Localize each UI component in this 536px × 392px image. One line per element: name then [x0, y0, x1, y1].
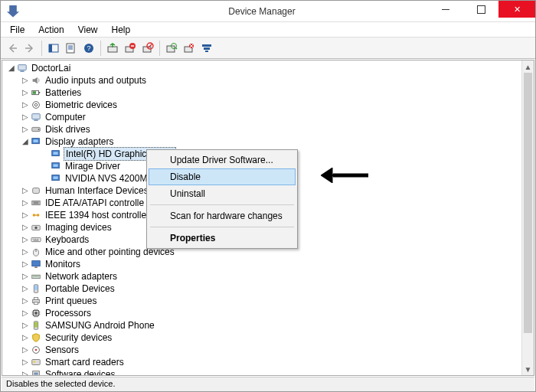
tree-node-monitors[interactable]: ▷Monitors: [4, 258, 534, 270]
expander-icon[interactable]: ▷: [21, 209, 30, 221]
ctx-update-driver[interactable]: Update Driver Software...: [149, 152, 296, 168]
toolbar: ?: [1, 38, 535, 59]
node-label: Audio inputs and outputs: [44, 74, 148, 87]
expander-icon[interactable]: ▷: [21, 246, 30, 258]
svg-rect-21: [33, 91, 36, 94]
menu-action[interactable]: Action: [32, 23, 70, 37]
forward-button[interactable]: [21, 40, 38, 57]
ctx-disable[interactable]: Disable: [149, 168, 296, 185]
app-icon: [7, 5, 19, 18]
svg-rect-14: [202, 44, 211, 47]
disable-button[interactable]: [139, 40, 156, 57]
back-button[interactable]: [4, 40, 21, 57]
tree-node-processors[interactable]: ▷Processors: [4, 307, 534, 319]
expander-icon[interactable]: ▷: [21, 123, 30, 136]
expander-icon[interactable]: ▷: [21, 307, 30, 319]
ctx-uninstall[interactable]: Uninstall: [149, 185, 296, 202]
filter-button[interactable]: [198, 40, 215, 57]
expander-icon[interactable]: ▷: [21, 99, 30, 111]
expander-icon[interactable]: ▷: [21, 221, 30, 234]
tree-node-audio[interactable]: ▷Audio inputs and outputs: [4, 74, 534, 87]
tree-node-samsung-android[interactable]: ▷SAMSUNG Android Phone: [4, 319, 534, 332]
tree-node-batteries[interactable]: ▷Batteries: [4, 87, 534, 99]
cpu-icon: [30, 308, 42, 318]
smartcard-icon: [30, 357, 42, 368]
tree-node-biometric[interactable]: ▷Biometric devices: [4, 99, 534, 111]
scroll-thumb[interactable]: [524, 73, 532, 333]
tree-node-computer[interactable]: ▷Computer: [4, 111, 534, 123]
expander-icon[interactable]: ▷: [21, 356, 30, 368]
audio-icon: [30, 75, 42, 86]
expander-icon[interactable]: ▷: [21, 197, 30, 209]
expander-icon[interactable]: ◢: [21, 136, 30, 148]
svg-rect-24: [32, 114, 41, 119]
node-label: Imaging devices: [44, 221, 113, 234]
tree-node-network[interactable]: ▷Network adapters: [4, 270, 534, 283]
show-hide-console-tree-button[interactable]: [45, 40, 62, 57]
display-adapter-icon: [50, 173, 62, 184]
help-button[interactable]: ?: [80, 40, 97, 57]
scroll-down-arrow[interactable]: ▼: [522, 363, 534, 375]
svg-rect-42: [31, 237, 41, 241]
expander-icon[interactable]: ▷: [21, 283, 30, 295]
enable-button[interactable]: [181, 40, 198, 57]
svg-text:?: ?: [87, 44, 90, 52]
vertical-scrollbar[interactable]: ▲ ▼: [521, 60, 534, 375]
minimize-button[interactable]: [428, 1, 463, 18]
expander-icon[interactable]: ▷: [21, 234, 30, 246]
node-label: Batteries: [44, 87, 83, 99]
scroll-up-arrow[interactable]: ▲: [522, 60, 534, 73]
expander-icon[interactable]: ▷: [21, 368, 30, 376]
svg-rect-29: [34, 139, 38, 142]
toolbar-separator: [41, 41, 42, 56]
toolbar-separator: [100, 41, 101, 56]
expander-icon[interactable]: ▷: [21, 185, 30, 197]
tree-node-smartcard[interactable]: ▷Smart card readers: [4, 356, 534, 368]
node-label: IEEE 1394 host controllers: [44, 209, 155, 221]
display-adapter-icon: [50, 149, 62, 159]
battery-icon: [30, 87, 42, 98]
tree-node-security[interactable]: ▷Security devices: [4, 332, 534, 344]
menu-view[interactable]: View: [72, 23, 104, 37]
svg-rect-58: [32, 360, 41, 365]
close-button[interactable]: [498, 1, 535, 18]
svg-rect-33: [54, 164, 58, 167]
expander-icon[interactable]: ▷: [21, 344, 30, 356]
expander-icon[interactable]: ▷: [21, 111, 30, 123]
keyboard-icon: [30, 234, 42, 245]
expander-icon[interactable]: ▷: [21, 270, 30, 283]
ctx-scan-hardware[interactable]: Scan for hardware changes: [149, 207, 296, 224]
properties-button[interactable]: [63, 40, 80, 57]
node-label: Print queues: [44, 295, 98, 307]
tree-node-print-queues[interactable]: ▷Print queues: [4, 295, 534, 307]
maximize-button[interactable]: [463, 1, 498, 18]
tree-node-software-devices[interactable]: ▷Software devices: [4, 368, 534, 376]
tree-node-disk-drives[interactable]: ▷Disk drives: [4, 123, 534, 136]
android-icon: [30, 320, 42, 331]
tree-root[interactable]: ◢ DoctorLai: [4, 62, 534, 74]
svg-rect-25: [34, 120, 38, 121]
scan-hardware-button[interactable]: [163, 40, 180, 57]
tree-node-display-adapters[interactable]: ◢Display adapters: [4, 136, 534, 148]
expander-icon[interactable]: ▷: [21, 87, 30, 99]
network-icon: [30, 271, 42, 282]
tree-node-sensors[interactable]: ▷Sensors: [4, 344, 534, 356]
uninstall-button[interactable]: [122, 40, 139, 57]
tree-node-portable-devices[interactable]: ▷Portable Devices: [4, 283, 534, 295]
expander-icon[interactable]: ▷: [21, 74, 30, 87]
expander-icon[interactable]: ▷: [21, 295, 30, 307]
menu-help[interactable]: Help: [106, 23, 137, 37]
expander-icon[interactable]: ▷: [21, 319, 30, 332]
menu-file[interactable]: File: [4, 23, 31, 37]
security-icon: [30, 332, 42, 343]
svg-rect-18: [20, 71, 24, 72]
hid-icon: [30, 185, 42, 196]
expander-icon[interactable]: ▷: [21, 258, 30, 270]
computer-icon: [16, 63, 28, 74]
update-driver-button[interactable]: [104, 40, 121, 57]
svg-rect-48: [34, 286, 38, 290]
expander-icon[interactable]: ▷: [21, 332, 30, 344]
computer-icon: [30, 112, 42, 122]
ctx-properties[interactable]: Properties: [149, 230, 296, 247]
expander-icon[interactable]: ◢: [7, 62, 16, 74]
